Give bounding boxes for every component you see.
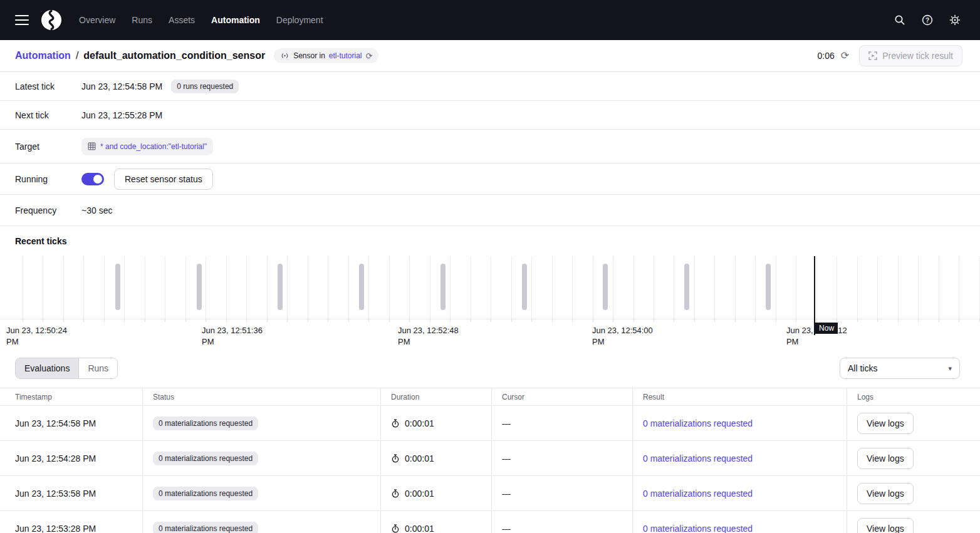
axis-tick-mark	[287, 319, 288, 322]
timeline-gridline	[837, 256, 837, 319]
tick-bar[interactable]	[603, 264, 608, 310]
target-row: Target * and code_location:"etl-tutorial…	[0, 130, 980, 163]
tick-bar[interactable]	[684, 264, 689, 310]
timeline-gridline	[572, 256, 573, 319]
result-link[interactable]: 0 materializations requested	[643, 524, 753, 533]
axis-tick-mark	[83, 319, 84, 322]
cell-cursor: —	[492, 511, 633, 533]
result-link[interactable]: 0 materializations requested	[643, 489, 753, 499]
axis-tick-mark	[308, 319, 308, 322]
timeline-gridline	[389, 256, 390, 319]
timeline-gridline	[145, 256, 145, 319]
page-title: default_automation_condition_sensor	[83, 50, 265, 61]
tick-bar[interactable]	[115, 264, 120, 310]
breadcrumb-automation-link[interactable]: Automation	[15, 50, 71, 61]
tick-bar[interactable]	[440, 264, 446, 310]
nav-item-overview[interactable]: Overview	[79, 15, 115, 25]
timeline-gridline	[918, 256, 919, 319]
nav-item-assets[interactable]: Assets	[169, 15, 195, 25]
tick-bar[interactable]	[278, 264, 283, 310]
target-label: Target	[15, 142, 81, 152]
timeline-gridline	[267, 256, 268, 319]
axis-tick-mark	[63, 319, 64, 322]
timeline-axis-label: Jun 23, 12:52:48 PM	[398, 325, 468, 348]
nav-item-automation[interactable]: Automation	[211, 15, 260, 25]
axis-tick-mark	[776, 319, 776, 322]
reset-sensor-status-button[interactable]: Reset sensor status	[114, 168, 213, 190]
frequency-value: ~30 sec	[81, 205, 112, 215]
timeline-gridline	[654, 256, 654, 319]
timeline-gridline	[674, 256, 674, 319]
refresh-button[interactable]: ⟳	[841, 51, 849, 61]
timeline-gridline	[714, 256, 715, 319]
asset-selection-icon	[88, 142, 96, 150]
hamburger-menu-button[interactable]	[15, 15, 29, 25]
code-location-link[interactable]: etl-tutorial	[329, 51, 362, 60]
latest-tick-value: Jun 23, 12:54:58 PM	[81, 81, 162, 91]
result-link[interactable]: 0 materializations requested	[643, 418, 753, 428]
view-logs-button[interactable]: View logs	[857, 518, 914, 533]
reload-location-icon[interactable]: ⟳	[366, 52, 373, 60]
timeline-gridline	[694, 256, 695, 319]
help-button[interactable]: ?	[917, 10, 937, 30]
tick-filter-dropdown[interactable]: All ticks ▾	[840, 358, 960, 379]
timeline-axis-label: Jun 23, 12:54:00 PM	[592, 325, 662, 348]
axis-tick-mark	[145, 319, 145, 322]
axis-tick-mark	[368, 319, 369, 322]
nav-item-runs[interactable]: Runs	[132, 15, 152, 25]
table-row: Jun 23, 12:54:28 PM 0 materializations r…	[0, 441, 980, 476]
timeline-gridline	[124, 256, 125, 319]
axis-tick-mark	[165, 319, 165, 322]
table-row: Jun 23, 12:53:58 PM 0 materializations r…	[0, 476, 980, 511]
timeline-gridline	[633, 256, 634, 319]
tick-bar[interactable]	[522, 264, 527, 310]
tick-bar[interactable]	[766, 264, 771, 310]
axis-tick-mark	[613, 319, 613, 322]
tab-runs[interactable]: Runs	[78, 358, 117, 378]
running-toggle[interactable]	[81, 173, 104, 185]
axis-tick-mark	[491, 319, 491, 322]
axis-tick-mark	[43, 319, 43, 322]
preview-tick-result-button[interactable]: Preview tick result	[859, 45, 962, 66]
view-logs-button[interactable]: View logs	[857, 413, 914, 434]
frequency-label: Frequency	[15, 205, 81, 215]
nav-item-deployment[interactable]: Deployment	[276, 15, 323, 25]
view-logs-button[interactable]: View logs	[857, 483, 914, 504]
timeline-axis-label: Jun 23, 12:51:36 PM	[202, 325, 272, 348]
result-link[interactable]: 0 materializations requested	[643, 453, 753, 463]
axis-tick-mark	[714, 319, 715, 322]
axis-tick-mark	[572, 319, 573, 322]
preview-icon	[868, 51, 877, 60]
cell-cursor: —	[492, 441, 633, 475]
axis-tick-mark	[857, 319, 858, 322]
tab-evaluations[interactable]: Evaluations	[16, 358, 78, 378]
search-button[interactable]	[890, 10, 910, 30]
timeline-gridline	[246, 256, 247, 319]
tick-bar[interactable]	[359, 264, 364, 310]
timeline-gridline	[104, 256, 105, 319]
col-header-duration: Duration	[381, 388, 492, 405]
sensor-location-badge: Sensor in etl-tutorial ⟳	[274, 48, 378, 63]
timeline-gridline	[368, 256, 369, 319]
timeline-gridline	[328, 256, 328, 319]
timeline-gridline	[226, 256, 227, 319]
stopwatch-icon	[391, 419, 400, 428]
main-nav: Overview Runs Assets Automation Deployme…	[79, 15, 323, 25]
recent-ticks-timeline: Jun 23, 12:50:24 PMJun 23, 12:51:36 PMJu…	[0, 256, 980, 356]
axis-tick-mark	[552, 319, 553, 322]
axis-tick-mark	[735, 319, 736, 322]
tick-bar[interactable]	[197, 264, 202, 310]
cell-timestamp: Jun 23, 12:54:58 PM	[0, 406, 143, 440]
tick-filter-value: All ticks	[848, 363, 877, 373]
preview-button-label: Preview tick result	[882, 51, 953, 61]
timeline-gridline	[430, 256, 430, 319]
target-selection-text: * and code_location:"etl-tutorial"	[100, 142, 207, 151]
dagster-logo-icon[interactable]	[40, 9, 63, 31]
sensor-badge-prefix: Sensor in	[293, 51, 325, 60]
view-logs-button[interactable]: View logs	[857, 448, 914, 469]
target-selection-chip[interactable]: * and code_location:"etl-tutorial"	[81, 138, 213, 155]
axis-tick-mark	[511, 319, 512, 322]
settings-button[interactable]	[945, 10, 965, 30]
stopwatch-icon	[391, 454, 400, 463]
timeline-gridline	[23, 256, 23, 319]
